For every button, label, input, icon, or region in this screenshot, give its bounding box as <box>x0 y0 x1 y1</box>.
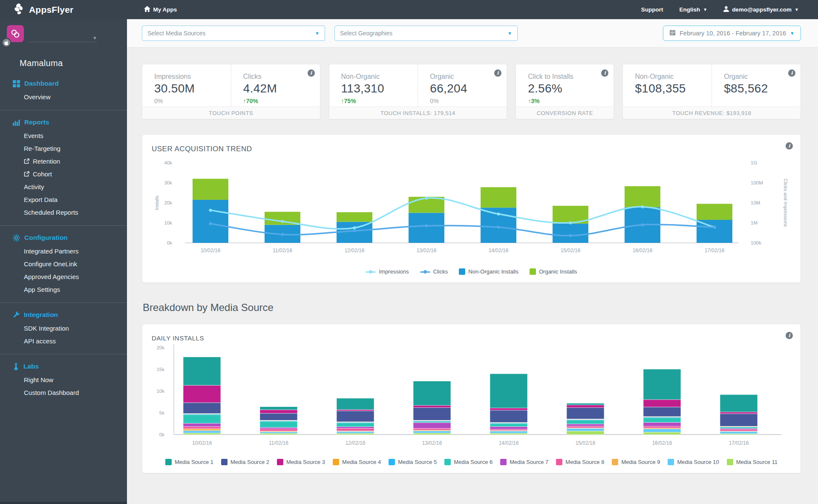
media-sources-select[interactable]: Select Media Sources ▼ <box>142 26 325 41</box>
appsflyer-logo[interactable]: AppsFlyer <box>14 3 74 17</box>
sidebar-item-integrated-partners[interactable]: Integrated Partners <box>0 245 127 257</box>
user-email: demo@appsflyer.com <box>732 6 792 13</box>
chevron-down-icon: ▼ <box>507 31 512 36</box>
sidebar: ▼ Mamaluma DashboardOverviewReportsEvent… <box>0 19 127 504</box>
sidebar-item-retention[interactable]: Retention <box>0 155 127 167</box>
sidebar-section-configuration[interactable]: Configuration <box>0 231 127 245</box>
apple-platform-badge <box>2 38 11 47</box>
svg-text:Installs: Installs <box>154 195 159 210</box>
sidebar-section-reports[interactable]: Reports <box>0 115 127 129</box>
svg-text:30k: 30k <box>164 180 172 185</box>
chevron-down-icon: ▼ <box>315 31 320 36</box>
svg-text:100k: 100k <box>751 240 761 245</box>
sidebar-section-labs[interactable]: Labs <box>0 360 127 373</box>
svg-text:14/02/16: 14/02/16 <box>499 440 519 446</box>
sidebar-item-right-now[interactable]: Right Now <box>0 373 127 386</box>
daily-installs-legend: Media Source 1Media Source 2Media Source… <box>142 456 801 473</box>
user-menu[interactable]: demo@appsflyer.com ▼ <box>723 6 799 13</box>
info-icon[interactable]: i <box>308 69 315 77</box>
ua-chart-legend: ImpressionsClicksNon-Organic InstallsOrg… <box>142 266 801 282</box>
legend-swatch <box>459 268 465 275</box>
app-selector-divider <box>29 42 97 42</box>
svg-text:10/02/16: 10/02/16 <box>201 248 221 253</box>
sidebar-item-app-settings[interactable]: App Settings <box>0 283 127 296</box>
sidebar-item-scheduled-reports[interactable]: Scheduled Reports <box>0 206 127 219</box>
sidebar-group-dashboard: DashboardOverview <box>0 74 127 107</box>
info-icon[interactable]: i <box>788 69 795 77</box>
support-link[interactable]: Support <box>641 6 663 13</box>
legend-item: Organic Installs <box>530 268 577 275</box>
sidebar-item-export-data[interactable]: Export Data <box>0 193 127 206</box>
metric-delta: 0% <box>430 98 507 104</box>
metric-value: 66,204 <box>430 82 507 95</box>
chevron-down-icon: ▼ <box>795 7 799 12</box>
app-selector[interactable]: ▼ <box>0 19 127 49</box>
svg-text:13/02/16: 13/02/16 <box>422 440 442 446</box>
svg-text:16/02/16: 16/02/16 <box>652 440 672 446</box>
kpi-card-touch-revenue: i Non-Organic $108,355 Organic $85,562 T… <box>622 64 801 119</box>
user-acquisition-trend-chart[interactable]: 0k10k20k30k40k100k1M10M100M1GInstallsCli… <box>142 153 801 264</box>
media-sources-placeholder: Select Media Sources <box>147 30 205 37</box>
brand-name: AppsFlyer <box>29 5 74 15</box>
chevron-down-icon: ▼ <box>790 31 795 36</box>
section-heading: Breakdown by Media Source <box>143 302 801 314</box>
sidebar-item-cohort[interactable]: Cohort <box>0 167 127 180</box>
svg-text:0k: 0k <box>167 240 172 245</box>
geographies-select[interactable]: Select Geographies ▼ <box>334 26 518 41</box>
metric-delta: 0% <box>154 98 231 104</box>
info-icon[interactable]: i <box>786 332 793 339</box>
sidebar-item-custom-dashboard[interactable]: Custom Dashboard <box>0 386 127 399</box>
legend-item: Media Source 6 <box>444 459 493 465</box>
sidebar-section-dashboard[interactable]: Dashboard <box>0 77 127 90</box>
legend-swatch <box>500 459 507 465</box>
geographies-placeholder: Select Geographies <box>340 30 392 37</box>
legend-swatch <box>277 459 283 465</box>
sidebar-group-labs: LabsRight NowCustom Dashboard <box>0 354 127 403</box>
metric-delta: ↑70% <box>243 98 320 104</box>
sidebar-item-api-access[interactable]: API access <box>0 334 127 347</box>
legend-swatch <box>612 459 618 465</box>
metric-value: 4.42M <box>243 82 320 95</box>
metric-label: Impressions <box>154 73 231 81</box>
sidebar-item-events[interactable]: Events <box>0 129 127 142</box>
svg-text:10M: 10M <box>751 200 760 205</box>
date-range-picker[interactable]: February 10, 2016 - February 17, 2016 ▼ <box>663 26 801 41</box>
metric-delta: ↑75% <box>341 98 418 104</box>
chart-title: DAILY INSTALLS <box>142 324 801 342</box>
svg-text:12/02/16: 12/02/16 <box>345 248 365 253</box>
sidebar-item-sdk-integration[interactable]: SDK Integration <box>0 322 127 334</box>
up-arrow-icon: ↑ <box>341 98 344 104</box>
sidebar-item-approved-agencies[interactable]: Approved Agencies <box>0 270 127 283</box>
svg-text:11/02/16: 11/02/16 <box>269 440 288 446</box>
chart-title: USER ACQUISITION TREND <box>142 135 801 153</box>
sidebar-section-integration[interactable]: Integration <box>0 308 127 322</box>
info-icon[interactable]: i <box>786 142 793 150</box>
sidebar-group-configuration: ConfigurationIntegrated PartnersConfigur… <box>0 225 127 300</box>
sidebar-item-re-targeting[interactable]: Re-Targeting <box>0 142 127 155</box>
sidebar-item-activity[interactable]: Activity <box>0 180 127 193</box>
daily-installs-chart[interactable]: 0k5k10k15k20k10/02/1611/02/1612/02/1613/… <box>142 342 801 455</box>
kpi-footer: CONVERSION RATE <box>516 107 614 119</box>
kpi-row: i Impressions 30.50M 0% Clicks 4.42M ↑70… <box>142 64 801 119</box>
my-apps-link[interactable]: My Apps <box>144 6 177 13</box>
legend-swatch <box>727 459 733 465</box>
chevron-down-icon[interactable]: ▼ <box>92 35 97 40</box>
sidebar-item-overview[interactable]: Overview <box>0 90 127 103</box>
svg-text:1M: 1M <box>751 220 758 225</box>
info-icon[interactable]: i <box>494 69 501 77</box>
flask-icon <box>13 363 19 370</box>
legend-item: Media Source 5 <box>389 459 437 465</box>
sidebar-item-configure-onelink[interactable]: Configure OneLink <box>0 257 127 270</box>
chevron-down-icon: ▼ <box>703 7 707 12</box>
legend-swatch <box>389 459 395 465</box>
svg-text:5k: 5k <box>159 410 164 415</box>
home-icon <box>144 6 150 13</box>
line-marker <box>420 270 430 274</box>
appsflyer-leaf-icon <box>14 3 26 17</box>
svg-text:10k: 10k <box>156 389 164 394</box>
language-menu[interactable]: English ▼ <box>679 6 707 13</box>
legend-item: Impressions <box>366 268 409 275</box>
metric-label: Non-Organic <box>341 73 418 81</box>
legend-item: Media Source 10 <box>668 459 719 465</box>
svg-text:16/02/16: 16/02/16 <box>633 248 653 253</box>
